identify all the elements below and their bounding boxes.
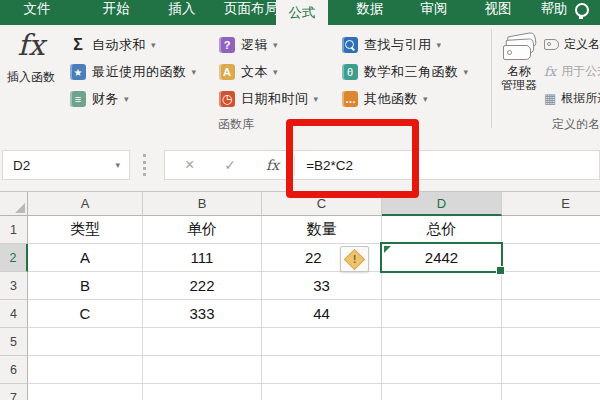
insert-function-label: 插入函数	[7, 69, 55, 86]
formula-bar-drag-handle[interactable]	[143, 154, 146, 176]
cell-e4[interactable]	[502, 300, 600, 328]
fill-handle[interactable]	[496, 266, 505, 275]
star-icon: ★	[70, 64, 86, 80]
cell-d7[interactable]	[382, 384, 502, 400]
column-header-b[interactable]: B	[143, 192, 262, 216]
ellipsis-book-icon: …	[342, 91, 358, 107]
row-header-4[interactable]: 4	[0, 300, 28, 328]
row-header-3[interactable]: 3	[0, 272, 28, 300]
use-in-formula-button[interactable]: fx 用于公式	[544, 60, 600, 82]
cell-a6[interactable]	[28, 356, 143, 384]
cell-c7[interactable]	[262, 384, 382, 400]
name-box[interactable]: D2 ▾	[2, 150, 130, 180]
chevron-down-icon[interactable]: ▾	[464, 67, 469, 77]
date-time-button[interactable]: ◷ 日期和时间 ▾	[219, 87, 318, 111]
insert-function-button[interactable]: fx 插入函数	[2, 28, 60, 124]
chevron-down-icon[interactable]: ▾	[437, 40, 442, 50]
chevron-down-icon[interactable]: ▾	[115, 160, 120, 170]
text-button[interactable]: A 文本 ▾	[219, 60, 278, 84]
chevron-down-icon[interactable]: ▾	[151, 40, 156, 50]
cell-e7[interactable]	[502, 384, 600, 400]
cell-e1[interactable]	[502, 216, 600, 244]
cell-e5[interactable]	[502, 328, 600, 356]
row-header-6[interactable]: 6	[0, 356, 28, 384]
formula-input[interactable]: =B2*C2	[306, 158, 353, 173]
logical-button[interactable]: ? 逻辑 ▾	[219, 33, 278, 57]
cell-d2-selected[interactable]: 2442	[382, 244, 502, 272]
name-manager-button[interactable]: 名称 管理器	[494, 30, 544, 92]
cell-a1[interactable]: 类型	[28, 216, 143, 244]
more-functions-button[interactable]: … 其他函数 ▾	[342, 87, 428, 111]
cell-e2[interactable]	[502, 244, 600, 272]
recently-used-button[interactable]: ★ 最近使用的函数 ▾	[70, 60, 196, 84]
cell-d5[interactable]	[382, 328, 502, 356]
tab-insert[interactable]: 插入	[160, 0, 204, 25]
ribbon-formulas: fx 插入函数 Σ 自动求和 ▾ ★ 最近使用的函数 ▾ ≡ 财务 ▾ ? 逻辑…	[0, 25, 600, 131]
cell-b5[interactable]	[143, 328, 262, 356]
tab-home[interactable]: 开始	[94, 0, 138, 25]
error-checking-options-button[interactable]: !	[340, 246, 369, 272]
insert-function-fx-icon[interactable]: fx	[266, 157, 279, 173]
name-tags-icon	[502, 33, 536, 61]
enter-icon[interactable]: ✓	[224, 157, 236, 173]
warning-diamond-icon: !	[344, 248, 365, 269]
cell-e6[interactable]	[502, 356, 600, 384]
tab-view[interactable]: 视图	[476, 0, 520, 25]
formula-bar: D2 ▾ × ✓ fx =B2*C2	[0, 130, 600, 192]
cell-a3[interactable]: B	[28, 272, 143, 300]
chevron-down-icon[interactable]: ▾	[273, 40, 278, 50]
autosum-button[interactable]: Σ 自动求和 ▾	[70, 33, 156, 57]
chevron-down-icon[interactable]: ▾	[314, 94, 319, 104]
cell-c4[interactable]: 44	[262, 300, 382, 328]
cell-b1[interactable]: 单价	[143, 216, 262, 244]
column-header-c[interactable]: C	[262, 192, 382, 216]
cell-a4[interactable]: C	[28, 300, 143, 328]
tab-data[interactable]: 数据	[348, 0, 392, 25]
cell-c1[interactable]: 数量	[262, 216, 382, 244]
create-from-selection-button[interactable]: ▦ 根据所选内容创建	[544, 87, 600, 109]
define-name-button[interactable]: 定义名称	[544, 33, 600, 55]
cell-a2[interactable]: A	[28, 244, 143, 272]
tab-review[interactable]: 审阅	[412, 0, 456, 25]
column-header-a[interactable]: A	[28, 192, 143, 216]
math-trig-button[interactable]: θ 数学和三角函数 ▾	[342, 60, 468, 84]
column-header-e[interactable]: E	[502, 192, 600, 216]
row-header-7[interactable]: 7	[0, 384, 28, 400]
cell-b7[interactable]	[143, 384, 262, 400]
cell-a7[interactable]	[28, 384, 143, 400]
lookup-reference-button[interactable]: 查找与引用 ▾	[342, 33, 441, 57]
magnifier-icon	[345, 40, 354, 49]
chevron-down-icon[interactable]: ▾	[124, 94, 129, 104]
cell-c6[interactable]	[262, 356, 382, 384]
cancel-icon[interactable]: ×	[185, 157, 194, 173]
row-header-1[interactable]: 1	[0, 216, 28, 244]
name-box-value: D2	[13, 158, 110, 173]
tab-formulas[interactable]: 公式	[276, 0, 328, 25]
cell-a5[interactable]	[28, 328, 143, 356]
tell-me-lightbulb-icon[interactable]	[575, 3, 589, 17]
cell-b3[interactable]: 222	[143, 272, 262, 300]
cell-d1[interactable]: 总价	[382, 216, 502, 244]
financial-button[interactable]: ≡ 财务 ▾	[70, 87, 129, 111]
cell-b6[interactable]	[143, 356, 262, 384]
select-all-button[interactable]	[0, 192, 28, 216]
cell-d4[interactable]	[382, 300, 502, 328]
cell-b4[interactable]: 333	[143, 300, 262, 328]
row-header-2[interactable]: 2	[0, 244, 28, 272]
column-header-d[interactable]: D	[382, 192, 502, 216]
tab-help[interactable]: 帮助	[532, 0, 576, 25]
cell-e3[interactable]	[502, 272, 600, 300]
chevron-down-icon[interactable]: ▾	[192, 67, 197, 77]
cell-c3[interactable]: 33	[262, 272, 382, 300]
financial-book-icon: ≡	[70, 91, 86, 107]
tab-file[interactable]: 文件	[14, 0, 60, 25]
chevron-down-icon[interactable]: ▾	[273, 67, 278, 77]
cell-d3[interactable]	[382, 272, 502, 300]
row-header-5[interactable]: 5	[0, 328, 28, 356]
cell-d6[interactable]	[382, 356, 502, 384]
cell-c5[interactable]	[262, 328, 382, 356]
group-divider	[491, 29, 492, 128]
worksheet-grid: A B C D E 1 类型 单价 数量 总价 2 A 111 22 2442 …	[0, 192, 600, 400]
chevron-down-icon[interactable]: ▾	[423, 94, 428, 104]
cell-b2[interactable]: 111	[143, 244, 262, 272]
